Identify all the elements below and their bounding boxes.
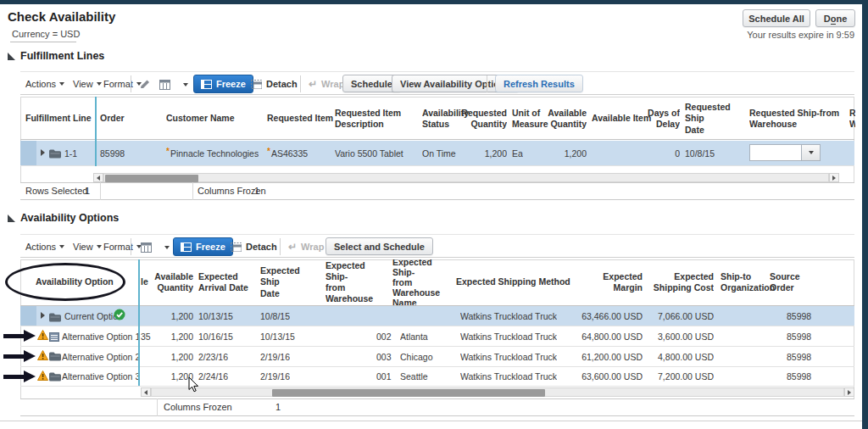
- toolbar-separator: [487, 75, 487, 92]
- cell-requested-item: *AS46335: [267, 141, 308, 165]
- column-header-unit-of-measure: Unit of Measure: [512, 98, 553, 140]
- cell-expected-arrival-date: 2/23/16: [198, 347, 228, 366]
- options-table-footer: [20, 398, 854, 416]
- row-expand-icon[interactable]: [41, 149, 45, 156]
- column-header-expected-shipping-cost: Expected Shipping Cost: [649, 259, 714, 305]
- section-title-availability-options: Availability Options: [20, 212, 119, 224]
- scrollbar-left-arrow[interactable]: [93, 173, 103, 182]
- annotation-arrow: [3, 334, 25, 338]
- option-row-alt3[interactable]: [20, 367, 854, 386]
- scrollbar-left-arrow[interactable]: [141, 387, 151, 397]
- cell-warehouse-name: Atlanta: [400, 326, 428, 346]
- option-row-current[interactable]: [20, 306, 854, 326]
- wrap-icon: ↵: [288, 241, 297, 253]
- columns-dropdown-caret[interactable]: [164, 246, 170, 249]
- options-toolbar: Actions View Format Freeze Detach ↵ Wrap…: [20, 234, 854, 258]
- cell-expected-ship-date: 10/13/15: [260, 326, 295, 346]
- mouse-cursor: [188, 376, 199, 396]
- horizontal-scrollbar[interactable]: [103, 173, 829, 182]
- freeze-table-icon: [181, 242, 192, 252]
- format-menu[interactable]: Format: [103, 72, 142, 96]
- done-button[interactable]: Done: [815, 9, 855, 27]
- column-header-requested-ship-date: Requested Ship Date: [685, 98, 748, 140]
- cell-expected-ship-date: 2/19/16: [260, 367, 290, 386]
- row-expand-icon[interactable]: [41, 312, 45, 319]
- warning-icon: [37, 328, 48, 343]
- actions-menu[interactable]: Actions: [25, 235, 64, 259]
- column-header-clipped: le: [141, 259, 151, 305]
- column-header-expected-arrival-date: Expected Arrival Date: [198, 259, 254, 305]
- format-menu[interactable]: Format: [103, 235, 142, 259]
- actions-menu[interactable]: Actions: [25, 72, 64, 96]
- wrap-button[interactable]: ↵ Wrap: [309, 75, 344, 93]
- detach-window-icon: [231, 242, 242, 252]
- column-header-available-quantity: Available Quantity: [548, 98, 587, 140]
- detach-button[interactable]: Detach: [231, 237, 277, 256]
- cell-shipping-cost: 4,800.00 USD: [646, 347, 714, 366]
- scrollbar-thumb[interactable]: [105, 175, 198, 182]
- cell-source-order: 85998: [787, 306, 811, 326]
- cell-option-name: Alternative Option 3: [62, 367, 140, 386]
- cell-availability-status: On Time: [422, 141, 456, 165]
- column-header-fulfillment-line: Fulfillment Line: [25, 98, 93, 140]
- cell-shipping-method: Watkins Truckload Truck: [460, 326, 557, 346]
- footer-divider: [100, 182, 101, 200]
- cell-requested-item-description: Vario 5500 Tablet: [335, 141, 403, 165]
- success-check-icon: [114, 309, 125, 324]
- cell-expected-ship-from-warehouse: 003: [376, 347, 392, 366]
- column-header-clipped: R W: [849, 98, 855, 140]
- columns-grid-icon[interactable]: [141, 242, 153, 257]
- view-menu[interactable]: View: [73, 235, 102, 259]
- view-menu[interactable]: View: [73, 72, 102, 96]
- footer-divider: [157, 398, 158, 416]
- cell-expected-margin: 63,600.00 USD: [576, 367, 643, 386]
- option-row-alt2[interactable]: [20, 347, 854, 366]
- section-collapse-icon[interactable]: [8, 214, 15, 222]
- cell-available-quantity: 1,200: [156, 347, 193, 366]
- detach-label: Detach: [246, 242, 277, 252]
- cell-warehouse-name: Seattle: [400, 367, 428, 386]
- freeze-button[interactable]: Freeze: [173, 237, 233, 256]
- warehouse-dropdown-field[interactable]: [749, 144, 802, 161]
- select-and-schedule-button[interactable]: Select and Schedule: [326, 237, 433, 255]
- cell-expected-ship-from-warehouse: 002: [376, 326, 392, 346]
- fulfillment-toolbar: Actions View Format Freeze Detach ↵ Wrap…: [20, 71, 854, 95]
- scrollbar-thumb[interactable]: [272, 389, 545, 397]
- scrollbar-right-arrow[interactable]: [829, 173, 839, 182]
- schedule-all-button[interactable]: Schedule All: [743, 9, 810, 27]
- row-gutter: [20, 306, 36, 326]
- folder-icon: [49, 310, 61, 326]
- row-border: [20, 386, 854, 387]
- toolbar-separator: [280, 238, 281, 255]
- columns-dropdown-caret[interactable]: [183, 83, 188, 86]
- edit-pencil-icon[interactable]: [139, 78, 151, 93]
- cell-shipping-cost: 3,600.00 USD: [646, 326, 714, 346]
- wrap-icon: ↵: [309, 78, 317, 90]
- results-expire-note: Your results expire in 9:59: [747, 30, 854, 40]
- columns-grid-icon[interactable]: [159, 79, 171, 94]
- check-availability-page: Check Availability Currency = USD Schedu…: [0, 0, 868, 429]
- detach-button[interactable]: Detach: [251, 75, 298, 93]
- warehouse-dropdown-button[interactable]: [802, 144, 821, 161]
- column-header-requested-item-description: Requested Item Description: [335, 98, 413, 140]
- horizontal-scrollbar[interactable]: [151, 387, 844, 397]
- cell-days-of-delay: 0: [653, 141, 680, 165]
- cell-clipped: 35: [141, 326, 152, 346]
- scrollbar-right-arrow[interactable]: [844, 387, 854, 397]
- cell-expected-arrival-date: 2/24/16: [198, 367, 228, 386]
- cell-requested-ship-date: 10/8/15: [685, 141, 715, 165]
- cell-expected-margin: 63,466.00 USD: [576, 306, 643, 326]
- row-gutter: [20, 141, 36, 165]
- cell-shipping-cost: 7,200.00 USD: [646, 367, 714, 386]
- chevron-down-icon: [97, 82, 102, 86]
- columns-frozen-value: 1: [254, 186, 259, 196]
- required-marker: *: [166, 147, 170, 156]
- refresh-results-button[interactable]: Refresh Results: [495, 75, 583, 92]
- cell-expected-ship-date: 2/19/16: [260, 347, 290, 366]
- columns-frozen-label: Columns Frozen: [164, 402, 232, 412]
- freeze-button[interactable]: Freeze: [193, 75, 253, 93]
- section-collapse-icon[interactable]: [8, 53, 15, 60]
- column-header-available-quantity: Available Quantity: [153, 259, 193, 305]
- cell-unit-of-measure: Ea: [512, 141, 523, 165]
- wrap-button[interactable]: ↵ Wrap: [288, 237, 324, 256]
